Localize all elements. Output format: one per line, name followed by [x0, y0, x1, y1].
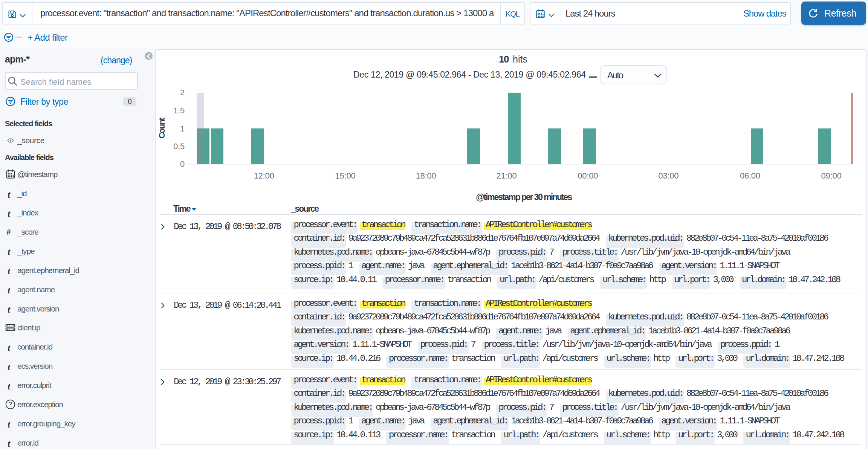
svg-text:?: ? [9, 401, 12, 408]
